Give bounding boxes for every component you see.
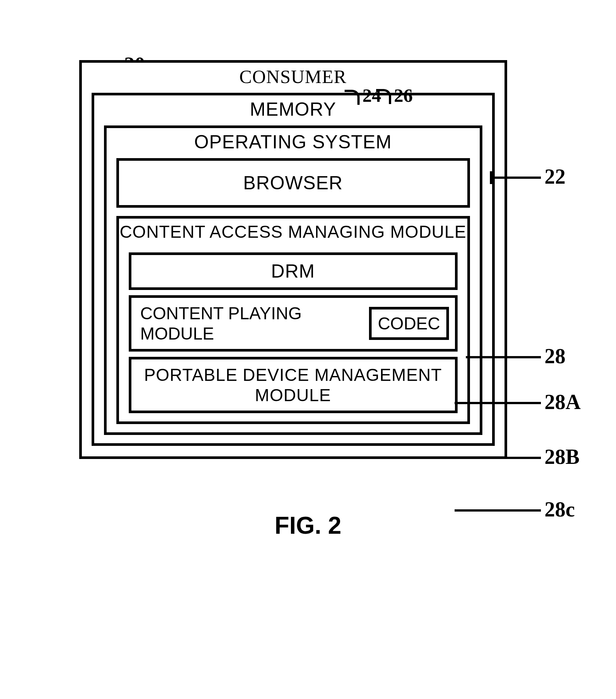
os-box: OPERATING SYSTEM 26 BROWSER CONTENT ACCE…	[104, 125, 482, 435]
ref-28b-label: 28B	[545, 445, 580, 469]
figure-2: 20 CONSUMER MEMORY 24 OPERATING SYSTEM 2…	[45, 60, 571, 539]
lead-28b	[455, 457, 541, 459]
consumer-title: CONSUMER	[82, 63, 505, 93]
memory-title: MEMORY	[94, 95, 492, 125]
pdm-box: PORTABLE DEVICE MANAGEMENT MODULE	[129, 357, 458, 413]
ref-24-hook	[345, 90, 360, 105]
cpm-title: CONTENT PLAYING MODULE	[137, 303, 369, 344]
figure-caption: FIG. 2	[45, 512, 571, 539]
os-title: OPERATING SYSTEM	[107, 128, 480, 158]
drm-title: DRM	[131, 255, 455, 287]
drm-box: DRM	[129, 252, 458, 290]
browser-title: BROWSER	[119, 161, 467, 205]
ref-28-label: 28	[545, 344, 566, 368]
pdm-title: PORTABLE DEVICE MANAGEMENT MODULE	[131, 359, 455, 411]
lead-28c	[455, 509, 541, 512]
lead-28a	[455, 402, 541, 404]
browser-box: BROWSER	[116, 158, 470, 208]
codec-box: CODEC	[369, 307, 449, 340]
ref-28a-label: 28A	[545, 390, 581, 414]
ref-26-label: 26	[394, 85, 413, 106]
memory-box: MEMORY 24 OPERATING SYSTEM 26 BROWSER CO…	[92, 93, 495, 446]
consumer-box: CONSUMER MEMORY 24 OPERATING SYSTEM 26 B…	[79, 60, 507, 459]
tick-22	[490, 171, 492, 184]
ref-28c-label: 28c	[545, 497, 575, 521]
cam-box: CONTENT ACCESS MANAGING MODULE DRM CONTE…	[116, 216, 470, 424]
cam-title: CONTENT ACCESS MANAGING MODULE	[119, 219, 467, 247]
ref-22-label: 22	[545, 165, 566, 189]
lead-22	[492, 177, 541, 179]
cpm-box: CONTENT PLAYING MODULE CODEC	[129, 295, 458, 352]
lead-28	[466, 356, 541, 358]
ref-26-hook	[376, 89, 391, 104]
